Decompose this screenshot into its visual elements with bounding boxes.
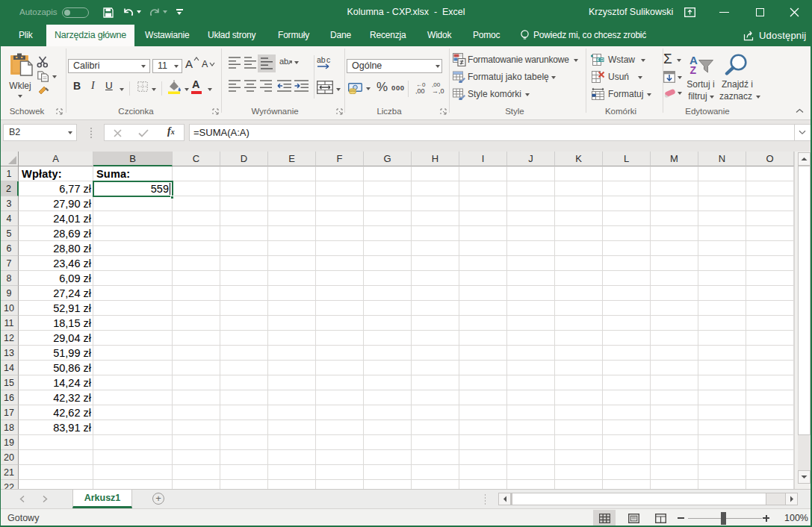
svg-text:ab: ab — [279, 57, 288, 66]
svg-text:ab: ab — [317, 56, 326, 64]
svg-text:,00: ,00 — [415, 87, 425, 94]
svg-text:→,0: →,0 — [432, 87, 444, 94]
svg-text:c: c — [326, 56, 330, 64]
svg-text:Z: Z — [690, 64, 697, 75]
